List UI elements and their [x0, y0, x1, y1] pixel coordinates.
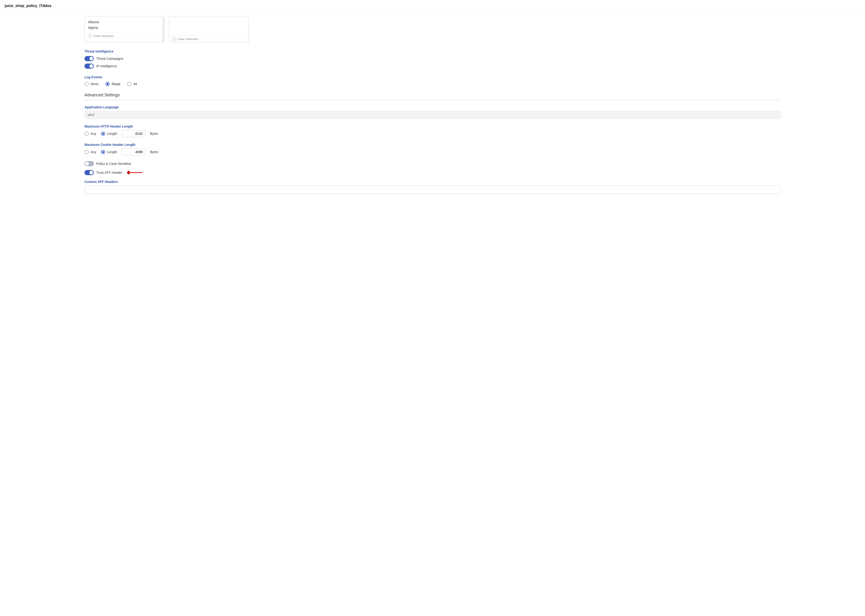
radio-none	[85, 82, 89, 86]
country-item-algeria: Algeria	[88, 25, 161, 30]
radio-http-any-label: Any	[91, 132, 96, 135]
http-any-radio[interactable]: Any	[85, 132, 96, 136]
country-box-left: Albania Algeria ✕ Clear Selection	[85, 17, 164, 42]
cookie-bytes-label: Bytes	[150, 150, 158, 154]
threat-campaigns-row: Threat Campaigns	[85, 56, 780, 61]
cookie-length-input[interactable]	[122, 148, 145, 156]
app-language-block: Application Language	[85, 105, 780, 119]
app-language-label: Application Language	[85, 105, 780, 109]
advanced-settings-section: Advanced Settings Application Language M…	[85, 93, 780, 194]
policy-case-sensitive-row: Policy is Case Sensitive	[85, 161, 780, 166]
radio-http-length	[101, 132, 105, 136]
radio-http-length-label: Length	[107, 132, 117, 135]
advanced-settings-header: Advanced Settings	[85, 93, 780, 100]
radio-cookie-length-label: Length	[107, 150, 117, 154]
radio-http-any	[85, 132, 89, 136]
country-selection-row: Albania Algeria ✕ Clear Selection ✕ Clea…	[85, 17, 780, 42]
radio-illegal-label: Illegal	[112, 82, 120, 86]
max-http-header-label: Maximum HTTP Header Length	[85, 124, 780, 128]
trust-xff-toggle[interactable]	[85, 170, 94, 175]
ip-intelligence-row: IP Intelligence	[85, 64, 780, 69]
country-item-albania: Albania	[88, 19, 161, 25]
http-length-radio[interactable]: Length	[101, 132, 117, 136]
max-cookie-header-label: Maximum Cookie Header Length	[85, 143, 780, 146]
ip-intelligence-label: IP Intelligence	[96, 64, 117, 68]
policy-case-sensitive-label: Policy is Case Sensitive	[96, 162, 131, 165]
max-http-header-row: Any Length Bytes	[85, 130, 780, 137]
custom-xff-block: Custom XFF Headers	[85, 180, 780, 194]
threat-intelligence-label: Threat Intelligence	[85, 49, 780, 53]
radio-all	[127, 82, 131, 86]
clear-selection-button-left[interactable]: ✕ Clear Selection	[88, 32, 161, 38]
clear-icon-left: ✕	[88, 34, 92, 38]
custom-xff-input[interactable]	[85, 185, 780, 194]
radio-cookie-any-label: Any	[91, 150, 96, 154]
trust-xff-label: Trust XFF Header	[96, 171, 123, 174]
log-events-none[interactable]: None	[85, 82, 98, 86]
cookie-any-radio[interactable]: Any	[85, 150, 96, 154]
radio-all-label: All	[133, 82, 137, 86]
http-length-input[interactable]	[122, 130, 145, 137]
country-box-right: ✕ Clear Selection	[169, 17, 249, 42]
log-events-section: Log Events None Illegal All	[85, 75, 780, 86]
custom-xff-label: Custom XFF Headers	[85, 180, 780, 184]
clear-selection-button-right[interactable]: ✕ Clear Selection	[169, 35, 249, 42]
ip-intelligence-toggle[interactable]	[85, 64, 94, 69]
trust-xff-row: Trust XFF Header	[85, 170, 780, 175]
threat-campaigns-label: Threat Campaigns	[96, 57, 123, 60]
cookie-length-radio[interactable]: Length	[101, 150, 117, 154]
log-events-illegal[interactable]: Illegal	[106, 82, 120, 86]
red-arrow-icon	[127, 170, 143, 175]
threat-intelligence-section: Threat Intelligence Threat Campaigns IP …	[85, 49, 780, 69]
clear-icon-right: ✕	[172, 37, 176, 41]
ip-intelligence-thumb	[90, 64, 93, 68]
scrollbar-left[interactable]	[162, 17, 164, 42]
page-title: juice_shop_policy_l7ddos	[0, 0, 865, 12]
threat-campaigns-toggle[interactable]	[85, 56, 94, 61]
max-http-header-block: Maximum HTTP Header Length Any Length By…	[85, 124, 780, 137]
arrow-annotation	[127, 170, 143, 175]
threat-campaigns-thumb	[90, 57, 93, 60]
radio-cookie-any	[85, 150, 89, 154]
trust-xff-thumb	[90, 171, 93, 174]
log-events-all[interactable]: All	[127, 82, 137, 86]
max-cookie-header-row: Any Length Bytes	[85, 148, 780, 156]
log-events-radio-row: None Illegal All	[85, 82, 780, 86]
policy-case-sensitive-toggle[interactable]	[85, 161, 94, 166]
policy-case-sensitive-thumb	[85, 162, 89, 165]
radio-none-label: None	[91, 82, 98, 86]
radio-illegal	[106, 82, 110, 86]
max-cookie-header-block: Maximum Cookie Header Length Any Length …	[85, 143, 780, 156]
radio-cookie-length	[101, 150, 105, 154]
app-language-input[interactable]	[85, 111, 780, 119]
http-bytes-label: Bytes	[150, 132, 158, 135]
log-events-label: Log Events	[85, 75, 780, 79]
